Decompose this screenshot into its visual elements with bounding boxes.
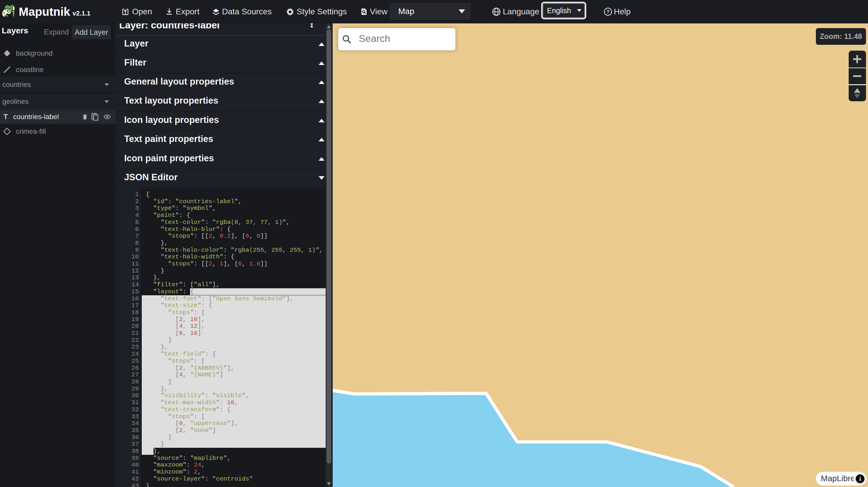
svg-text:?: ? <box>607 9 610 14</box>
